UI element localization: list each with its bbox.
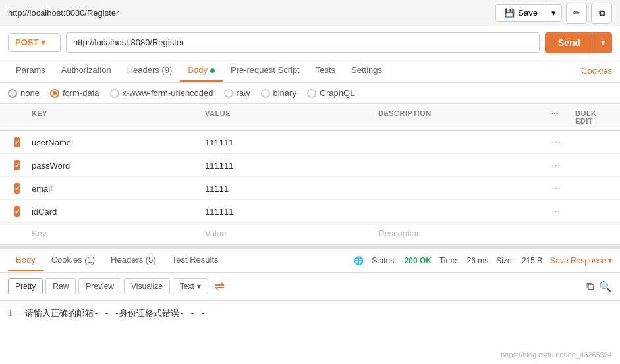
empty-dots — [544, 228, 567, 239]
save-dropdown-button[interactable]: ▾ — [546, 5, 561, 21]
row2-checkbox-icon[interactable] — [14, 160, 20, 170]
status-value: 200 OK — [405, 256, 432, 265]
radio-none[interactable]: none — [8, 88, 40, 98]
row1-checkbox-icon[interactable] — [14, 137, 20, 147]
row4-value[interactable]: 111111 — [197, 201, 370, 222]
send-arrow-icon: ▾ — [601, 38, 606, 47]
send-button[interactable]: Send — [545, 32, 594, 53]
params-table: KEY VALUE DESCRIPTION ··· Bulk Edit user… — [0, 104, 620, 244]
row2-description[interactable] — [370, 160, 544, 170]
radio-urlencoded-label: x-www-form-urlencoded — [123, 88, 213, 98]
row3-checkbox[interactable] — [0, 178, 24, 199]
tab-body[interactable]: Body — [180, 60, 223, 82]
method-arrow-icon: ▾ — [41, 38, 45, 47]
tab-authorization[interactable]: Authorization — [53, 60, 119, 82]
row1-key[interactable]: userName — [24, 132, 197, 153]
response-body: 1 请输入正确的邮箱- - -身份证格式错误- - - — [0, 301, 620, 334]
request-tabs-row: Params Authorization Headers (9) Body Pr… — [0, 59, 620, 83]
title-actions: 💾 Save ▾ ✏ ⧉ — [495, 3, 612, 24]
format-visualize-button[interactable]: Visualize — [124, 278, 170, 294]
row3-value[interactable]: 11111 — [197, 178, 370, 199]
request-bar: POST ▾ Send ▾ — [0, 26, 620, 59]
copy-icon: ⧉ — [599, 8, 605, 18]
row1-description[interactable] — [370, 137, 544, 147]
response-tab-cookies[interactable]: Cookies (1) — [43, 249, 103, 271]
edit-button[interactable]: ✏ — [566, 3, 587, 24]
wrap-icon: ⇌ — [215, 280, 225, 293]
status-label: Status: — [372, 256, 396, 265]
time-value: 26 ms — [467, 256, 489, 265]
row2-bulk — [567, 160, 620, 170]
time-label: Time: — [439, 256, 459, 265]
radio-graphql[interactable]: GraphQL — [307, 88, 354, 98]
body-type-row: none form-data x-www-form-urlencoded raw… — [0, 83, 620, 104]
globe-icon: 🌐 — [354, 256, 364, 265]
format-preview-button[interactable]: Preview — [78, 278, 121, 294]
th-key: KEY — [24, 104, 197, 130]
save-arrow-icon: ▾ — [551, 8, 556, 18]
radio-none-label: none — [20, 88, 40, 98]
row3-key[interactable]: email — [24, 178, 197, 199]
url-input[interactable] — [66, 32, 540, 53]
row1-checkbox[interactable] — [0, 132, 24, 153]
row3-description[interactable] — [370, 183, 544, 194]
row4-checkbox[interactable] — [0, 201, 24, 222]
radio-graphql-dot — [307, 89, 316, 98]
copy-button[interactable]: ⧉ — [591, 3, 612, 24]
radio-raw[interactable]: raw — [224, 88, 250, 98]
size-label: Size: — [496, 256, 514, 265]
row1-dots-button[interactable]: ··· — [544, 131, 567, 153]
row4-key[interactable]: idCard — [24, 201, 197, 222]
row2-value[interactable]: 111111 — [197, 155, 370, 176]
wrap-icon-button[interactable]: ⇌ — [211, 276, 229, 296]
save-response-button[interactable]: Save Response ▾ — [550, 256, 612, 265]
empty-key[interactable]: Key — [24, 223, 197, 244]
row2-dots-button[interactable]: ··· — [544, 154, 567, 176]
format-raw-button[interactable]: Raw — [45, 278, 76, 294]
format-pretty-button[interactable]: Pretty — [8, 278, 43, 294]
empty-value[interactable]: Value — [197, 223, 370, 244]
title-url: http://localhost:8080/Register — [8, 8, 119, 18]
response-status-bar: 🌐 Status: 200 OK Time: 26 ms Size: 215 B… — [354, 256, 612, 265]
format-type-select[interactable]: Text ▾ — [173, 278, 208, 294]
empty-description[interactable]: Description — [370, 223, 544, 244]
response-tab-body[interactable]: Body — [8, 249, 43, 271]
copy-response-button[interactable]: ⧉ — [586, 280, 594, 293]
tab-tests[interactable]: Tests — [308, 60, 343, 82]
row2-checkbox[interactable] — [0, 155, 24, 176]
body-dot-indicator — [210, 68, 215, 73]
title-bar: http://localhost:8080/Register 💾 Save ▾ … — [0, 0, 620, 26]
response-tab-headers[interactable]: Headers (5) — [103, 249, 164, 271]
format-buttons: Pretty Raw Preview Visualize Text ▾ ⇌ — [8, 276, 229, 296]
radio-binary[interactable]: binary — [261, 88, 296, 98]
row1-value[interactable]: 111111 — [197, 132, 370, 153]
th-dots: ··· — [544, 104, 567, 130]
tab-params[interactable]: Params — [8, 60, 53, 82]
th-bulk-edit[interactable]: Bulk Edit — [567, 104, 620, 130]
response-tab-test-results[interactable]: Test Results — [164, 249, 227, 271]
row2-key[interactable]: passWord — [24, 155, 197, 176]
radio-form-data-label: form-data — [63, 88, 99, 98]
edit-icon: ✏ — [573, 8, 580, 18]
row3-dots-button[interactable]: ··· — [544, 177, 567, 199]
method-select[interactable]: POST ▾ — [8, 33, 61, 52]
cookies-link[interactable]: Cookies — [581, 66, 612, 76]
line-number: 1 — [8, 309, 13, 318]
row4-dots-button[interactable]: ··· — [544, 200, 567, 222]
row4-description[interactable] — [370, 206, 544, 217]
save-button[interactable]: 💾 Save — [496, 5, 546, 21]
search-response-button[interactable]: 🔍 — [599, 280, 612, 293]
tab-pre-request[interactable]: Pre-request Script — [223, 60, 308, 82]
radio-form-data[interactable]: form-data — [50, 88, 99, 98]
empty-checkbox — [0, 228, 24, 239]
tab-headers[interactable]: Headers (9) — [119, 60, 181, 82]
th-description: DESCRIPTION — [370, 104, 544, 130]
radio-urlencoded[interactable]: x-www-form-urlencoded — [110, 88, 213, 98]
format-type-label: Text — [180, 282, 194, 291]
response-tabs: Body Cookies (1) Headers (5) Test Result… — [8, 249, 227, 271]
row3-checkbox-icon[interactable] — [14, 183, 20, 194]
watermark: https://blog.csdn.net/qq_43265564 — [501, 351, 612, 359]
row4-checkbox-icon[interactable] — [14, 206, 20, 217]
send-dropdown-button[interactable]: ▾ — [594, 32, 612, 53]
tab-settings[interactable]: Settings — [343, 60, 390, 82]
